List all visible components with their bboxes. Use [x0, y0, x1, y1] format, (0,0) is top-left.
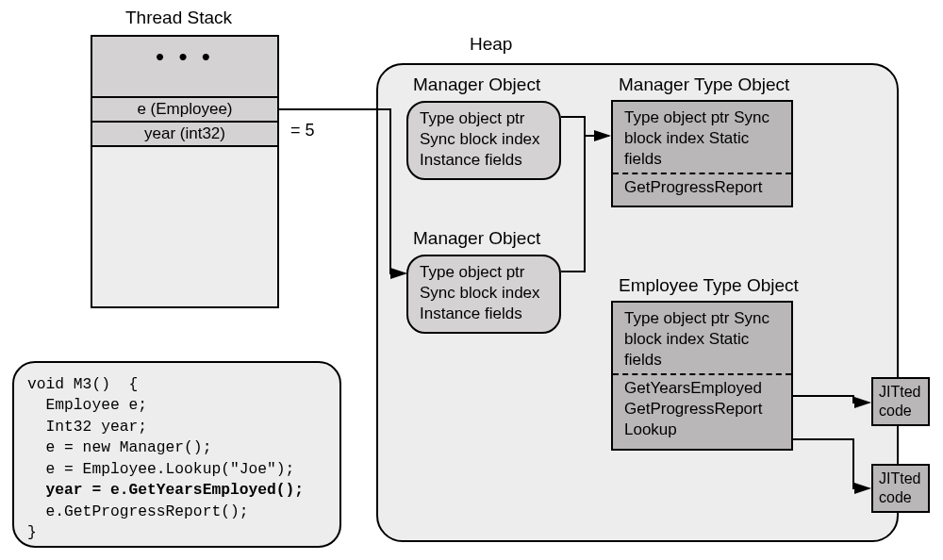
jitted-l1b: JITted [879, 470, 920, 486]
jitted-code-box-2: JITted code [871, 464, 930, 513]
manager-object-1: Type object ptr Sync block index Instanc… [406, 101, 561, 180]
manager-object-2: Type object ptr Sync block index Instanc… [406, 255, 561, 334]
mgrtype-typeptr: Type object ptr [624, 108, 730, 126]
code-l3: Int32 year; [27, 418, 147, 436]
manager-object-label-2: Manager Object [413, 228, 540, 249]
mgrobj1-fields: Instance fields [420, 150, 548, 171]
jitted-l2b: code [879, 489, 912, 505]
mgrtype-getprogressreport: GetProgressReport [624, 178, 762, 196]
mgrobj1-sync: Sync block index [420, 129, 548, 150]
emptype-typeptr: Type object ptr [624, 309, 730, 327]
stack-row-year: year (int32) [92, 123, 277, 147]
stack-dots: • • • [92, 37, 277, 98]
emptype-lookup: Lookup [624, 420, 677, 438]
jitted-l2: code [879, 403, 912, 419]
manager-type-object-label: Manager Type Object [619, 74, 789, 95]
mgrobj2-sync: Sync block index [420, 283, 548, 304]
code-l4: e = new Manager(); [27, 438, 211, 456]
code-l8: } [27, 523, 37, 541]
stack-year-value: = 5 [290, 121, 315, 140]
employee-type-object: Type object ptr Sync block index Static … [611, 301, 793, 451]
manager-type-object: Type object ptr Sync block index Static … [611, 100, 793, 207]
thread-stack: • • • e (Employee) year (int32) [91, 35, 279, 308]
emptype-getprogressreport: GetProgressReport [624, 400, 762, 418]
code-l1: void M3() { [27, 375, 138, 393]
stack-row-e: e (Employee) [92, 98, 277, 123]
code-l6: year = e.GetYearsEmployed(); [27, 481, 304, 499]
heap-label: Heap [470, 34, 512, 55]
dash-icon [613, 173, 791, 174]
code-l2: Employee e; [27, 396, 147, 414]
mgrobj2-typeptr: Type object ptr [420, 262, 548, 283]
thread-stack-label: Thread Stack [125, 8, 232, 28]
dash-icon [613, 373, 791, 375]
mgrobj1-typeptr: Type object ptr [420, 108, 548, 129]
manager-object-label-1: Manager Object [413, 74, 540, 95]
emptype-getyearsemployed: GetYearsEmployed [624, 379, 762, 397]
mgrobj2-fields: Instance fields [420, 304, 548, 324]
employee-type-object-label: Employee Type Object [619, 275, 799, 296]
code-block: void M3() { Employee e; Int32 year; e = … [12, 361, 341, 548]
code-l7: e.GetProgressReport(); [27, 502, 249, 520]
jitted-code-box-1: JITted code [871, 377, 930, 426]
jitted-l1: JITted [879, 384, 920, 400]
code-l5: e = Employee.Lookup("Joe"); [27, 460, 294, 478]
